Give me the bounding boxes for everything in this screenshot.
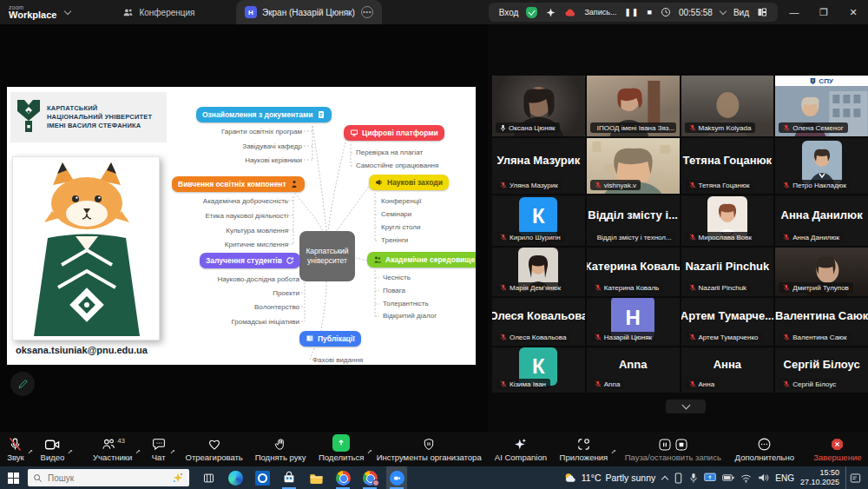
participant-tile[interactable]: Оксана Цюняк — [492, 76, 585, 136]
taskbar-apps — [198, 466, 407, 489]
edge-app-button[interactable] — [225, 466, 246, 489]
task-view-button[interactable] — [198, 466, 219, 489]
tab-options-icon[interactable]: ••• — [361, 6, 373, 18]
participant-tile[interactable]: Петро Накладюк — [775, 138, 868, 194]
apps-options-chevron[interactable] — [612, 449, 616, 453]
file-explorer-button[interactable] — [306, 466, 326, 489]
participant-tile[interactable]: К Кізима Іван — [492, 347, 585, 393]
sparkle-icon[interactable] — [545, 7, 556, 18]
video-options-chevron[interactable] — [69, 449, 73, 453]
pause-recording-icon[interactable]: ❚❚ — [624, 8, 639, 17]
phone-link-icon[interactable] — [674, 472, 683, 484]
audio-options-chevron[interactable] — [28, 449, 32, 453]
mic-muted-icon — [689, 380, 696, 387]
shield-icon — [422, 437, 436, 452]
outlook-icon — [255, 471, 270, 486]
participant-tile[interactable]: Катерина Коваль Катерина Коваль — [587, 248, 680, 296]
system-tray: ENG 15:50 27.10.2025 — [662, 466, 865, 489]
more-button[interactable]: Дополнительно — [732, 436, 798, 462]
chrome-app-button[interactable] — [332, 466, 353, 489]
participant-tile[interactable]: Дмитрий Тулупов — [775, 248, 868, 296]
video-button[interactable]: Видео — [37, 436, 69, 462]
participant-tile[interactable]: Марія Дем'янюк — [492, 248, 585, 296]
tray-expand-chevron[interactable] — [661, 475, 668, 482]
ai-companion-button[interactable]: AI Companion — [491, 436, 550, 462]
participant-name: Відділ змісту і... — [587, 195, 680, 234]
participants-grid: Оксана Цюняк ІПООД імені Івана Зяз... — [492, 76, 868, 395]
participants-options-chevron[interactable] — [136, 449, 141, 453]
speaker-icon[interactable] — [758, 472, 769, 483]
taskbar-search[interactable] — [28, 469, 189, 486]
participant-tile[interactable]: Nazarii Pinchuk Nazarii Pinchuk — [681, 248, 774, 296]
participant-tile[interactable]: К Кирило Шуригін — [492, 195, 585, 246]
participant-tile[interactable]: Н Назарій Цюняк — [587, 298, 680, 346]
participant-tile[interactable]: Maksym Kolyada — [681, 76, 774, 136]
store-app-button[interactable] — [279, 466, 299, 489]
language-indicator[interactable]: ENG — [775, 473, 794, 483]
participant-tile[interactable]: Уляна Мазурик Уляна Мазурик — [492, 138, 585, 194]
stop-recording-icon[interactable]: ■ — [648, 8, 653, 17]
mindmap-item: Етика наукової діяльності — [205, 212, 288, 220]
name-label: Тетяна Гоцанюк — [685, 180, 754, 190]
participant-tile[interactable]: Тетяна Гоцанюк Тетяна Гоцанюк — [681, 138, 774, 194]
show-more-participants-button[interactable] — [666, 400, 706, 413]
name-label: Анна Данилюк — [779, 232, 844, 242]
participants-button[interactable]: 43 Участники — [89, 436, 135, 462]
participant-tile[interactable]: Мирослава Вовк — [681, 195, 774, 246]
participant-tile[interactable]: Артем Тумарче... Артем Тумарченко — [681, 298, 774, 346]
end-meeting-button[interactable]: Завершение — [810, 436, 865, 462]
chrome-profile-app-button[interactable] — [359, 466, 380, 489]
minimize-button[interactable]: — — [779, 0, 809, 24]
participant-tile[interactable]: ІПООД імені Івана Зяз... — [587, 76, 680, 136]
presentation-slide: КАРПАТСЬКИЙ НАЦІОНАЛЬНИЙ УНІВЕРСИТЕТ ІМЕ… — [7, 87, 476, 365]
signin-button[interactable]: Вход — [499, 8, 519, 17]
participant-tile[interactable]: vishnyak.v — [587, 138, 680, 194]
audio-button[interactable]: Звук — [3, 436, 27, 462]
participant-tile[interactable]: Відділ змісту і... Відділ змісту і техно… — [587, 195, 680, 246]
share-options-chevron[interactable] — [368, 449, 372, 453]
chat-button[interactable]: Чат — [148, 436, 170, 462]
security-shield-icon[interactable] — [526, 7, 537, 18]
zoom-workplace-logo[interactable]: zoom Workplace — [0, 4, 62, 20]
view-button[interactable]: Вид — [733, 8, 749, 17]
participant-tile[interactable]: Валентина Саюк Валентина Саюк — [775, 298, 868, 346]
participant-name: Анна Данилюк — [775, 195, 868, 234]
participant-tile[interactable]: Анна Анна — [681, 347, 774, 393]
mic-tray-icon[interactable] — [689, 472, 698, 484]
mindmap-node-events: Наукові заходи — [369, 175, 449, 190]
share-screen-button[interactable]: Поделиться — [315, 436, 367, 462]
participant-tile[interactable]: СПУ Олена Семеног — [775, 76, 868, 136]
tab-screen-share[interactable]: Н Экран (Назарій Цюняк) ••• — [236, 0, 382, 24]
close-button[interactable]: ✕ — [838, 0, 868, 24]
layout-grid-icon[interactable] — [757, 7, 767, 17]
host-tools-button[interactable]: Инструменты организатора — [373, 436, 485, 462]
outlook-app-button[interactable] — [252, 466, 273, 489]
maximize-button[interactable]: ❐ — [809, 0, 838, 24]
participant-tile[interactable]: Анна Данилюк Анна Данилюк — [775, 195, 868, 246]
clock-widget[interactable]: 15:50 27.10.2025 — [800, 468, 839, 488]
participant-tile[interactable]: Anna Anna — [587, 347, 680, 393]
battery-icon[interactable] — [722, 473, 734, 482]
search-input[interactable] — [48, 473, 143, 483]
weather-widget[interactable]: 11°C Partly sunny — [563, 472, 655, 484]
mic-muted-icon — [595, 380, 602, 387]
participant-tile[interactable]: Олеся Ковальова Олеся Ковальова — [492, 298, 585, 346]
wifi-icon[interactable] — [740, 473, 752, 483]
meeting-stage: КАРПАТСЬКИЙ НАЦІОНАЛЬНИЙ УНІВЕРСИТЕТ ІМЕ… — [0, 24, 868, 432]
mic-muted-icon — [689, 284, 696, 291]
apps-button[interactable]: Приложения — [556, 436, 612, 462]
pause-stop-recording-button[interactable]: Пауза/остановить запись — [621, 436, 725, 462]
tab-meeting[interactable]: Конференция — [122, 7, 194, 18]
participant-tile[interactable]: Сергій Білоус Сергій Білоус — [775, 347, 868, 393]
notification-center-button[interactable] — [845, 466, 865, 489]
react-button[interactable]: Отреагировать — [182, 436, 247, 462]
chat-options-chevron[interactable] — [170, 449, 174, 453]
screen-share-tray-icon[interactable] — [704, 472, 716, 483]
annotate-button[interactable] — [10, 372, 35, 396]
chevron-down-icon[interactable] — [64, 8, 71, 15]
document-icon — [317, 110, 326, 119]
raise-hand-button[interactable]: Поднять руку — [252, 436, 310, 462]
chevron-down-icon[interactable] — [720, 8, 727, 15]
start-button[interactable] — [0, 466, 26, 489]
zoom-app-button[interactable] — [386, 466, 407, 489]
